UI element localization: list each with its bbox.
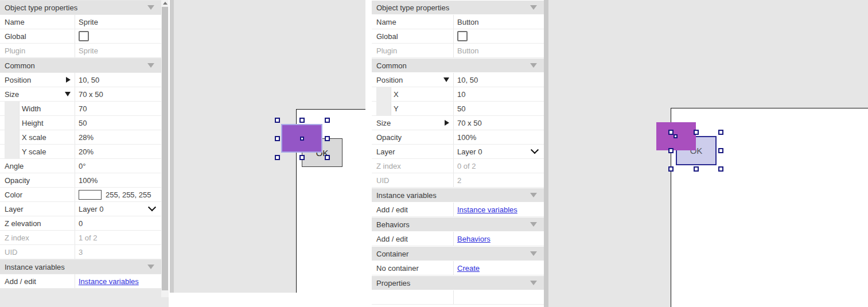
section-header-instance-variables[interactable]: Instance variables <box>0 260 161 274</box>
property-label: X scale <box>22 133 46 142</box>
selection-handle[interactable] <box>718 148 723 153</box>
property-row-angle: Angle0° <box>0 159 161 173</box>
property-value[interactable]: 70 x 50 <box>457 119 482 127</box>
selection-handle[interactable] <box>325 118 330 123</box>
property-value[interactable]: 1 of 2 <box>79 234 98 242</box>
property-value[interactable]: Layer 0 <box>457 147 482 156</box>
property-value[interactable]: 3 <box>79 248 83 257</box>
pane-splitter[interactable] <box>544 0 548 307</box>
property-value[interactable]: 2 <box>457 176 461 185</box>
color-swatch[interactable] <box>79 190 102 200</box>
properties-rows: Object type propertiesNameButtonGlobalPl… <box>372 0 544 305</box>
property-row-global: Global <box>0 29 161 44</box>
property-value[interactable]: 100% <box>457 133 476 142</box>
scrollbar-thumb[interactable] <box>162 7 168 290</box>
selection-handle[interactable] <box>325 155 330 160</box>
collapse-triangle-icon[interactable] <box>530 5 537 10</box>
property-label: Size <box>5 90 19 99</box>
collapse-triangle-icon[interactable] <box>530 222 537 227</box>
property-value[interactable]: 50 <box>457 104 465 113</box>
expander-open-icon[interactable] <box>443 77 449 82</box>
selection-handle[interactable] <box>694 130 699 135</box>
dropdown-chevron-icon[interactable] <box>148 203 156 211</box>
property-value[interactable]: 10, 50 <box>457 76 478 84</box>
property-value[interactable]: 0 of 2 <box>457 162 476 170</box>
property-value[interactable]: Layer 0 <box>79 205 103 213</box>
selection-handle[interactable] <box>275 155 280 160</box>
expander-closed-icon[interactable] <box>66 77 71 83</box>
property-label: Position <box>5 76 31 84</box>
expander-open-icon[interactable] <box>65 92 71 96</box>
section-header-common[interactable]: Common <box>0 59 161 72</box>
property-label: Add / edit <box>376 235 408 243</box>
selection-handle[interactable] <box>275 136 280 141</box>
property-value[interactable]: Button <box>457 46 479 55</box>
selection-handle[interactable] <box>299 155 305 160</box>
layout-view-button[interactable]: OK <box>548 0 868 307</box>
section-header-instance-variables[interactable]: Instance variables <box>372 188 544 202</box>
property-value[interactable]: 50 <box>79 119 87 127</box>
property-value[interactable]: 0 <box>79 219 83 228</box>
property-label: Z index <box>5 234 29 242</box>
collapse-triangle-icon[interactable] <box>147 265 154 269</box>
property-row-plugin: PluginSprite <box>0 44 161 58</box>
property-value[interactable]: Sprite <box>79 46 98 55</box>
dropdown-chevron-icon[interactable] <box>531 146 539 154</box>
property-value[interactable]: 10 <box>457 90 465 99</box>
scroll-up-icon[interactable] <box>163 2 168 5</box>
layout-view-sprite[interactable]: OK <box>174 0 365 293</box>
property-value[interactable]: Button <box>457 18 479 26</box>
action-link-create[interactable]: Create <box>457 264 480 273</box>
action-link-instance-variables[interactable]: Instance variables <box>457 205 517 214</box>
property-value[interactable]: 70 x 50 <box>79 90 103 99</box>
selection-handle[interactable] <box>668 166 674 172</box>
property-value[interactable]: Sprite <box>79 18 98 26</box>
property-label: Color <box>5 191 22 199</box>
collapse-triangle-icon[interactable] <box>530 193 537 197</box>
global-checkbox[interactable] <box>79 31 89 41</box>
property-value[interactable]: 255, 255, 255 <box>106 191 151 199</box>
property-row-no-container: No containerCreate <box>372 261 544 275</box>
section-header-container[interactable]: Container <box>372 247 544 261</box>
collapse-triangle-icon[interactable] <box>530 63 537 68</box>
section-header-label: Container <box>376 250 408 258</box>
property-value[interactable]: 100% <box>79 176 98 185</box>
selection-handle[interactable] <box>325 136 330 141</box>
global-checkbox[interactable] <box>457 31 468 41</box>
collapse-triangle-icon[interactable] <box>147 63 154 68</box>
property-value[interactable]: 10, 50 <box>79 76 99 84</box>
section-header-label: Instance variables <box>5 263 65 271</box>
selection-handle[interactable] <box>668 130 674 135</box>
property-label: UID <box>5 248 17 257</box>
property-label: Y scale <box>22 147 46 156</box>
pane-splitter[interactable] <box>170 0 174 293</box>
property-row-name: NameSprite <box>0 15 161 29</box>
action-link-behaviors[interactable]: Behaviors <box>457 235 491 243</box>
collapse-triangle-icon[interactable] <box>147 5 154 10</box>
collapse-triangle-icon[interactable] <box>530 281 537 285</box>
property-value[interactable]: 20% <box>79 147 94 156</box>
panel-scrollbar[interactable] <box>161 0 169 297</box>
section-header-object-type-properties[interactable]: Object type properties <box>372 1 544 14</box>
section-header-properties[interactable]: Properties <box>372 276 544 290</box>
property-row-position: Position10, 50 <box>0 73 161 87</box>
expander-closed-icon[interactable] <box>445 120 449 126</box>
property-row-add-edit: Add / editInstance variables <box>372 203 544 217</box>
selection-handle[interactable] <box>694 166 699 172</box>
section-header-common[interactable]: Common <box>372 59 544 72</box>
property-row-global: Global <box>372 29 544 44</box>
section-header-behaviors[interactable]: Behaviors <box>372 217 544 231</box>
selection-handle[interactable] <box>275 118 280 123</box>
property-value[interactable]: 70 <box>79 104 87 113</box>
section-header-object-type-properties[interactable]: Object type properties <box>0 1 161 14</box>
selection-handle[interactable] <box>718 130 723 135</box>
selection-handle[interactable] <box>299 118 305 123</box>
action-link-instance-variables[interactable]: Instance variables <box>79 277 139 286</box>
property-value[interactable]: 0° <box>79 162 85 170</box>
collapse-triangle-icon[interactable] <box>530 251 537 256</box>
selection-handle[interactable] <box>718 166 723 172</box>
section-header-label: Behaviors <box>376 220 410 229</box>
sub-row-indent <box>5 102 20 115</box>
property-value[interactable]: 28% <box>79 133 94 142</box>
selection-handle[interactable] <box>668 148 674 153</box>
